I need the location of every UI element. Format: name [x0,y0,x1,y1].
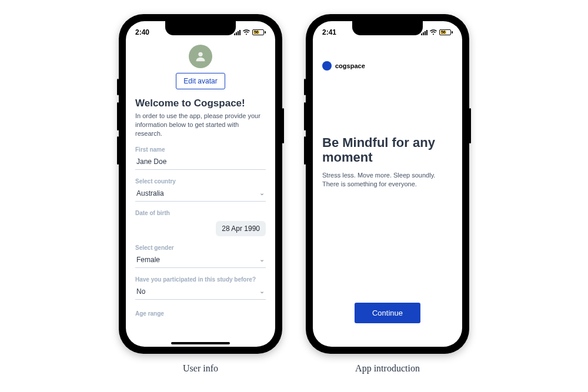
first-name-label: First name [135,146,266,153]
continue-button[interactable]: Continue [355,303,420,323]
welcome-subtitle: In order to use the app, please provide … [135,112,266,138]
notch [352,21,423,35]
status-time: 2:41 [322,28,336,36]
chevron-down-icon: ⌄ [259,256,265,263]
home-indicator[interactable] [171,342,230,344]
brand-name: cogspace [335,62,365,69]
battery-icon: 56 [439,29,453,35]
first-name-input[interactable]: Jane Doe [135,155,266,170]
brand-logo: cogspace [322,61,453,71]
dob-picker[interactable]: 28 Apr 1990 [216,221,266,236]
battery-icon: 56 [252,29,266,35]
caption-user-info: User info [119,363,282,374]
notch [165,21,236,35]
phone-user-info: 2:40 56 Edit avatar [119,14,282,354]
study-select[interactable]: No ⌄ [135,285,266,300]
wifi-icon [243,29,250,35]
gender-label: Select gender [135,244,266,251]
brand-dot-icon [322,61,332,71]
chevron-down-icon: ⌄ [259,189,265,197]
study-label: Have you participated in this study befo… [135,276,266,283]
intro-title: Be Mindful for any moment [322,135,453,165]
svg-point-0 [198,52,202,56]
gender-select[interactable]: Female ⌄ [135,253,266,268]
status-time: 2:40 [135,28,149,36]
wifi-icon [430,29,437,35]
chevron-down-icon: ⌄ [259,287,265,295]
intro-subtitle: Stress less. Move more. Sleep soundly. T… [322,171,453,189]
welcome-title: Welcome to Cogspace! [135,98,266,109]
country-label: Select country [135,178,266,185]
avatar [189,45,212,68]
dob-label: Date of birth [135,210,266,216]
edit-avatar-button[interactable]: Edit avatar [176,73,225,89]
phone-app-intro: 2:41 56 cogspace [306,14,469,354]
caption-app-intro: App introduction [306,363,469,374]
age-range-label: Age range [135,310,266,317]
country-select[interactable]: Australia ⌄ [135,187,266,202]
